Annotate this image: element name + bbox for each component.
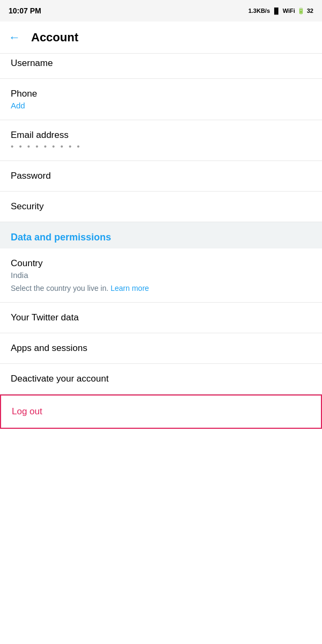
security-label: Security xyxy=(11,201,311,212)
country-description-text: Select the country you live in. xyxy=(11,284,108,292)
back-button[interactable]: ← xyxy=(9,31,20,45)
page-title: Account xyxy=(31,31,78,45)
learn-more-link[interactable]: Learn more xyxy=(111,284,149,292)
settings-content: Username Phone Add Email address • • • •… xyxy=(0,54,322,429)
username-label: Username xyxy=(11,58,311,69)
email-value: • • • • • • • • • xyxy=(11,142,311,151)
signal-icon: ▐▌ xyxy=(272,8,281,14)
logout-item[interactable]: Log out xyxy=(0,394,322,429)
password-label: Password xyxy=(11,171,311,181)
data-section-header: Data and permissions xyxy=(0,222,322,248)
deactivate-item[interactable]: Deactivate your account xyxy=(0,364,322,394)
phone-item[interactable]: Phone Add xyxy=(0,79,322,120)
status-bar: 10:07 PM 1.3KB/s ▐▌ WiFi 🔋 32 xyxy=(0,0,322,21)
twitter-data-item[interactable]: Your Twitter data xyxy=(0,303,322,333)
data-section-title: Data and permissions xyxy=(11,232,311,243)
deactivate-label: Deactivate your account xyxy=(11,374,311,384)
username-item[interactable]: Username xyxy=(0,54,322,79)
logout-label: Log out xyxy=(12,406,310,417)
country-item[interactable]: Country India Select the country you liv… xyxy=(0,248,322,303)
header: ← Account xyxy=(0,21,322,54)
country-value: India xyxy=(11,270,311,280)
network-speed: 1.3KB/s xyxy=(248,8,270,14)
status-icons: 1.3KB/s ▐▌ WiFi 🔋 32 xyxy=(248,8,313,14)
email-item[interactable]: Email address • • • • • • • • • xyxy=(0,120,322,161)
apps-sessions-item[interactable]: Apps and sessions xyxy=(0,333,322,364)
security-item[interactable]: Security xyxy=(0,192,322,222)
phone-label: Phone xyxy=(11,89,311,99)
email-label: Email address xyxy=(11,130,311,141)
battery-icon: 🔋 xyxy=(297,8,305,14)
twitter-data-label: Your Twitter data xyxy=(11,312,311,323)
country-description: Select the country you live in. Learn mo… xyxy=(11,284,311,292)
country-label: Country xyxy=(11,258,311,269)
password-item[interactable]: Password xyxy=(0,161,322,192)
status-time: 10:07 PM xyxy=(9,6,41,15)
phone-add-label: Add xyxy=(11,101,311,110)
battery-level: 32 xyxy=(307,8,313,14)
apps-sessions-label: Apps and sessions xyxy=(11,343,311,354)
wifi-icon: WiFi xyxy=(283,8,295,14)
